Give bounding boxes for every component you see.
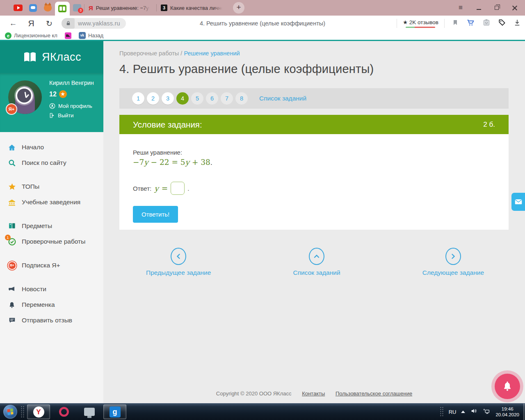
browser-chrome: 3 Я Реши уравнение: −7y−22 3 Какие качес… <box>0 0 525 41</box>
pinned-tab-messenger[interactable] <box>25 0 40 16</box>
condition-title: Условие задания: <box>133 120 202 130</box>
bookmark-vk-back[interactable]: vk Назад <box>79 32 103 39</box>
yaklass-logo[interactable]: ЯКласс <box>0 41 103 73</box>
sidebar-item-home[interactable]: Начало <box>0 139 103 155</box>
taskbar-garrys-mod[interactable]: g <box>103 404 126 419</box>
toolbar-right-icons: ★ 2K отзывов <box>397 18 521 28</box>
task-number-2[interactable]: 2 <box>147 92 159 105</box>
market-tag-icon[interactable] <box>498 18 506 28</box>
task-number-5[interactable]: 5 <box>191 92 203 105</box>
address-bar[interactable]: www.yaklass.ru <box>62 18 126 29</box>
taskbar-opera-gx[interactable] <box>52 404 75 419</box>
close-button[interactable] <box>511 4 518 11</box>
opera-gx-icon <box>59 407 69 417</box>
cart-icon[interactable] <box>466 18 475 28</box>
e-favicon: e <box>5 32 11 39</box>
sidebar-item-label: ТОПы <box>22 183 39 190</box>
task-navigation: Предыдущее задание Список заданий Следую… <box>119 248 509 276</box>
my-profile-link[interactable]: Мой профиль <box>49 103 94 109</box>
chevron-up-icon <box>309 248 324 265</box>
notifications-bell-button[interactable] <box>495 374 520 399</box>
sidebar-item-search[interactable]: Поиск по сайту <box>0 155 103 171</box>
logout-link[interactable]: Выйти <box>49 112 94 119</box>
answer-period: . <box>187 185 189 192</box>
clock-icon <box>16 87 33 104</box>
pinned-tab-fox[interactable] <box>40 0 55 16</box>
task-list-button[interactable]: Список заданий <box>293 248 340 276</box>
start-button[interactable] <box>3 405 17 419</box>
task-list-link[interactable]: Список заданий <box>259 95 306 102</box>
yaklass-favicon: Я <box>89 5 93 11</box>
tab-znanija[interactable]: 3 Какие качества личности <box>157 0 229 16</box>
download-icon[interactable] <box>514 18 521 28</box>
pinned-tab-notifications[interactable]: 3 <box>70 0 84 16</box>
minimize-button[interactable] <box>475 4 482 11</box>
taskbar-apps: Y g <box>27 404 126 419</box>
bookmark-flag-icon[interactable] <box>452 19 459 28</box>
user-panel: Я+ Кирилл Венгрин 12 ★ Мой профиль Выйти <box>0 73 103 132</box>
agreement-link[interactable]: Пользовательское соглашение <box>336 390 412 397</box>
contacts-link[interactable]: Контакты <box>302 390 325 397</box>
feedback-envelope-tab[interactable] <box>511 193 525 211</box>
answer-button[interactable]: Ответить! <box>133 206 178 223</box>
bookmark-licensed-classes[interactable]: e Лицензионные кл <box>5 32 57 39</box>
collections-icon[interactable] <box>482 18 491 28</box>
sidebar-item-label: Проверочные работы <box>22 238 85 245</box>
network-icon[interactable] <box>482 408 491 416</box>
site-reviews-widget[interactable]: ★ 2K отзывов <box>397 19 445 28</box>
fox-icon <box>44 4 52 11</box>
task-number-7[interactable]: 7 <box>221 92 233 105</box>
next-task-button[interactable]: Следующее задание <box>422 248 484 276</box>
back-button[interactable]: ← <box>8 19 18 28</box>
bookmark-pink[interactable] <box>65 32 71 39</box>
breadcrumb-parent[interactable]: Проверочные работы <box>119 50 179 57</box>
sidebar-item-break[interactable]: Переменка <box>0 297 103 313</box>
previous-task-button[interactable]: Предыдущее задание <box>146 248 211 276</box>
sidebar-item-label: Начало <box>22 144 44 151</box>
sidebar-item-schools[interactable]: Учебные заведения <box>0 194 103 210</box>
my-profile-label: Мой профиль <box>58 103 92 109</box>
taskbar-clock[interactable]: 19:46 20.04.2020 <box>495 406 523 418</box>
answer-input[interactable] <box>171 182 185 195</box>
volume-icon[interactable] <box>470 408 477 416</box>
sidebar-item-label: Отправить отзыв <box>22 317 72 324</box>
task-number-6[interactable]: 6 <box>206 92 218 105</box>
next-task-label: Следующее задание <box>422 269 484 276</box>
browser-menu-button[interactable]: ≡ <box>457 4 464 11</box>
sidebar-item-feedback[interactable]: Отправить отзыв <box>0 313 103 328</box>
language-indicator[interactable]: RU <box>449 409 457 415</box>
ya-plus-badge: Я+ <box>6 103 17 115</box>
copyright: Copyright © 2020 ООО ЯКласс <box>216 390 292 397</box>
reviews-rating-bar <box>406 27 435 28</box>
yandex-logo-button[interactable]: Я <box>26 18 36 28</box>
sidebar-item-news[interactable]: Новости <box>0 281 103 297</box>
task-number-4-active[interactable]: 4 <box>176 92 189 105</box>
show-desktop-strip[interactable] <box>523 404 525 420</box>
user-name[interactable]: Кирилл Венгрин <box>49 80 94 86</box>
sidebar-item-tests[interactable]: 1 Проверочные работы <box>0 234 103 249</box>
pinned-tab-youtube[interactable] <box>11 0 25 16</box>
logo-book-icon <box>22 51 38 63</box>
task-number-3[interactable]: 3 <box>162 92 174 105</box>
pinned-tab-yaklass-active[interactable] <box>55 2 70 16</box>
logout-icon <box>49 112 55 119</box>
task-card: Условие задания: 2 б. Реши уравнение: −7… <box>119 115 509 230</box>
sidebar-item-subjects[interactable]: Предметы <box>0 218 103 234</box>
taskbar-yandex-browser[interactable]: Y <box>27 404 50 419</box>
sidebar-item-tops[interactable]: ТОПы <box>0 179 103 194</box>
check-circle-icon: 1 <box>7 237 16 246</box>
computer-icon <box>84 408 95 416</box>
tray-expand-icon[interactable] <box>461 411 465 413</box>
restore-button[interactable] <box>493 4 500 11</box>
new-tab-button[interactable]: + <box>233 2 244 14</box>
task-number-1[interactable]: 1 <box>132 92 144 105</box>
answer-equals: = <box>162 184 168 193</box>
breadcrumb-current[interactable]: Решение уравнений <box>184 50 240 57</box>
task-number-8[interactable]: 8 <box>235 92 248 105</box>
taskbar-system-monitor[interactable] <box>78 404 101 419</box>
tab-yaklass[interactable]: Я Реши уравнение: −7y−22 <box>84 0 157 16</box>
megaphone-icon <box>7 285 16 294</box>
sidebar-item-subscription[interactable]: Я+ Подписка Я+ <box>0 258 103 273</box>
youtube-icon <box>14 5 23 11</box>
refresh-button[interactable]: ↻ <box>44 19 54 28</box>
